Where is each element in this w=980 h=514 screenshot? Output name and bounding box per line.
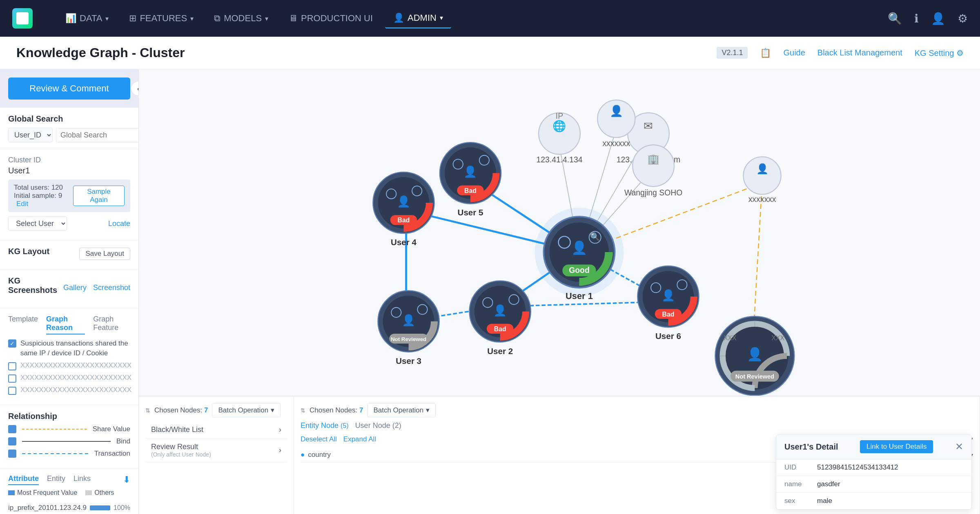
entity-node-tab[interactable]: Entity Node (5)	[301, 421, 349, 430]
logo[interactable]	[12, 8, 33, 29]
blackwhitelist-arrow-icon: ›	[279, 425, 281, 434]
review-result-content: Review Result (Only affect User Node)	[151, 443, 211, 458]
rel-share-checkbox[interactable]	[8, 425, 16, 433]
nav-models[interactable]: ⧉ MODELS ▾	[206, 9, 276, 29]
nav-production-ui[interactable]: 🖥 PRODUCTION UI	[281, 9, 381, 29]
reason-checkbox-3[interactable]	[8, 387, 16, 395]
features-icon: ⊞	[129, 13, 136, 24]
rel-transaction: Transaction	[8, 450, 130, 458]
page-header: Knowledge Graph - Cluster V2.1.1 📋 Guide…	[0, 37, 980, 69]
user-profile-icon[interactable]: 👤	[931, 12, 945, 25]
entity-count: (5)	[341, 422, 349, 429]
email-icon: ✉	[644, 120, 653, 132]
user-node-tab[interactable]: User Node (2)	[355, 421, 401, 430]
global-search-title: Global Search	[8, 114, 130, 124]
user3-node[interactable]: 👤 Not Reviewed User 3	[378, 291, 439, 366]
user-detail-panel: User1's Detail Link to User Details ✕ UI…	[776, 434, 972, 510]
wangjing-icon: 🏢	[647, 153, 660, 165]
link-to-user-details-button[interactable]: Link to User Details	[860, 440, 933, 453]
misc2-label: xxxxxxx	[748, 195, 776, 204]
page-title: Knowledge Graph - Cluster	[16, 45, 185, 60]
screenshot-link[interactable]: Screenshot	[93, 284, 130, 292]
entity-node-label: Entity Node	[301, 421, 341, 430]
reason-checkbox-1[interactable]	[8, 362, 16, 370]
review-result-item[interactable]: Review Result (Only affect User Node) ›	[145, 439, 287, 462]
locate-link[interactable]: Locate	[108, 219, 130, 228]
models-chevron-icon: ▾	[265, 15, 268, 22]
svg-text:👤: 👤	[464, 165, 478, 178]
review-comment-button[interactable]: Review & Comment	[8, 78, 130, 100]
wangjing-node[interactable]	[633, 145, 674, 186]
kg-setting-link[interactable]: KG Setting ⚙	[915, 48, 964, 58]
search-icon[interactable]: 🔍	[888, 12, 902, 25]
misc2-node[interactable]	[744, 157, 781, 194]
global-search-input[interactable]	[56, 128, 139, 142]
tab-graph-reason[interactable]: Graph Reason	[46, 315, 85, 335]
screenshot-links: Gallery Screenshot	[63, 284, 130, 292]
rel-bind: Bind	[8, 437, 130, 445]
tab-graph-feature[interactable]: Graph Feature	[93, 315, 130, 335]
svg-text:👤: 👤	[571, 240, 588, 255]
nav-features[interactable]: ⊞ FEATURES ▾	[121, 9, 202, 29]
rel-transaction-checkbox[interactable]	[8, 450, 16, 458]
version-badge: V2.1.1	[717, 47, 748, 59]
svg-text:User 6: User 6	[655, 331, 681, 341]
svg-text:Bad: Bad	[398, 217, 410, 224]
svg-text:👤: 👤	[493, 304, 507, 317]
rel-bind-checkbox[interactable]	[8, 437, 16, 445]
review-result-sub: (Only affect User Node)	[151, 451, 211, 458]
user4-node[interactable]: 👤 Bad User 4	[373, 172, 434, 247]
attribute-legend: Most Frequent Value Others	[0, 489, 138, 501]
svg-text:User 1: User 1	[566, 291, 593, 301]
graph-area: ↩ ↪ 🔍+ 🔍- ⬜ ⊹ ▦ user_id ▾ | 🔍 ⬤ ⬡ ✕ ⊟ ›	[139, 69, 980, 514]
attribute-table: ip_prefix_20 101.123.24.9 100% is_datace…	[0, 501, 138, 514]
info-icon[interactable]: ℹ	[914, 12, 919, 25]
download-icon[interactable]: ⬇	[123, 474, 130, 485]
svg-text:Not Reviewed: Not Reviewed	[391, 336, 426, 342]
close-detail-panel-button[interactable]: ✕	[955, 441, 963, 452]
user5-node[interactable]: 👤 Bad User 5	[440, 142, 501, 217]
nav-admin[interactable]: 👤 ADMIN ▾	[385, 9, 451, 29]
tab-attribute[interactable]: Attribute	[8, 474, 39, 485]
detail-panel-header: User1's Detail Link to User Details ✕	[776, 434, 971, 459]
tab-links[interactable]: Links	[74, 474, 91, 485]
reason-text-2: XXXXXXXXXXXXXXXXXXXXXXXX	[20, 374, 131, 382]
reason-checkbox-0[interactable]: ✓	[8, 339, 16, 348]
left-panel: Review & Comment ‹ Global Search User_ID…	[0, 69, 139, 514]
data-icon: 📊	[65, 13, 76, 24]
sample-again-button[interactable]: Sample Again	[73, 186, 125, 206]
userxxx-node[interactable]: 👤 Not Reviewed XXX XXX XXX	[715, 317, 795, 406]
svg-text:XXX: XXX	[772, 335, 785, 341]
blacklist-link[interactable]: Black List Management	[817, 48, 902, 58]
expand-all-button[interactable]: Expand All	[343, 435, 376, 443]
svg-text:👤: 👤	[397, 195, 411, 208]
tab-entity[interactable]: Entity	[47, 474, 65, 485]
user6-node[interactable]: 👤 Bad User 6	[637, 266, 699, 341]
nav-data[interactable]: 📊 DATA ▾	[57, 9, 117, 29]
search-field-select[interactable]: User_ID	[8, 128, 53, 142]
kg-screenshots-section: KG Screenshots Gallery Screenshot	[0, 270, 138, 308]
save-layout-button[interactable]: Save Layout	[79, 248, 130, 260]
user2-node[interactable]: 👤 Bad User 2	[470, 281, 531, 355]
select-user-row: Select User Locate	[8, 216, 130, 231]
batch-chevron-icon-2: ▾	[426, 406, 430, 414]
edit-sample-link[interactable]: Edit	[16, 200, 28, 208]
collapse-panel-button[interactable]: ‹	[131, 81, 139, 96]
reason-checkbox-2[interactable]	[8, 374, 16, 383]
batch-chevron-icon-1: ▾	[271, 406, 274, 414]
kg-layout-row: KG Layout Save Layout	[8, 247, 130, 260]
kg-screenshots-row: KG Screenshots Gallery Screenshot	[8, 276, 130, 299]
select-user-dropdown[interactable]: Select User	[8, 216, 67, 231]
sort-arrows-icon-2: ⇅	[301, 407, 305, 414]
batch-operation-button-1[interactable]: Batch Operation ▾	[212, 403, 281, 417]
deselect-all-button[interactable]: Deselect All	[301, 435, 337, 443]
settings-icon[interactable]: ⚙	[958, 12, 968, 25]
svg-text:Bad: Bad	[662, 311, 675, 318]
guide-link[interactable]: Guide	[783, 48, 805, 58]
reason-text-0: Suspicious transactions shared the same …	[20, 339, 130, 358]
gallery-link[interactable]: Gallery	[63, 284, 87, 292]
relationship-title: Relationship	[8, 412, 130, 421]
blackwhitelist-item[interactable]: Black/White List ›	[145, 421, 287, 439]
tab-template[interactable]: Template	[8, 315, 38, 335]
batch-operation-button-2[interactable]: Batch Operation ▾	[367, 403, 436, 417]
